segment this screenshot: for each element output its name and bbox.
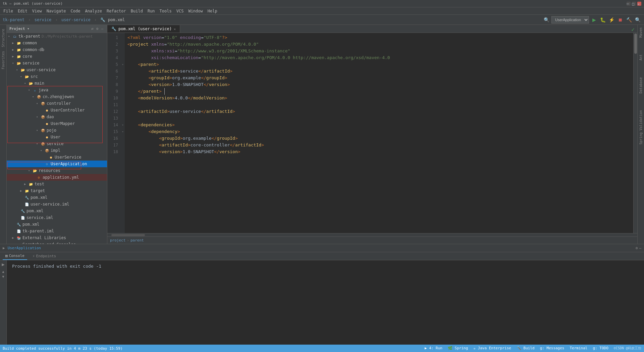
todo-status[interactable]: g: TODO bbox=[593, 346, 608, 351]
tree-item-service[interactable]: ▾ 📂 service bbox=[7, 60, 107, 67]
tree-item-common-db[interactable]: ▶ 📁 common-db bbox=[7, 46, 107, 53]
maximize-button[interactable]: □ bbox=[632, 2, 636, 6]
search-everywhere-button[interactable]: 🔍 bbox=[634, 16, 641, 24]
tree-item-UserApplication[interactable]: ⚙ UserApplication bbox=[7, 161, 107, 167]
endpoints-icon: ⚡ bbox=[33, 254, 35, 258]
menu-refactor[interactable]: Refactor bbox=[105, 8, 128, 14]
maven-panel-toggle[interactable]: Maven bbox=[638, 26, 643, 39]
build-status[interactable]: 🔨 Build bbox=[517, 346, 535, 351]
horizontal-scrollbar[interactable] bbox=[107, 233, 637, 236]
tree-item-service-pkg[interactable]: ▾ 📦 service bbox=[7, 140, 107, 147]
spring-status[interactable]: 🌿 Spring bbox=[448, 346, 468, 351]
tree-item-UserService[interactable]: ● UserService bbox=[7, 154, 107, 161]
tree-item-pom-xml-s[interactable]: 🔧 pom.xml bbox=[7, 208, 107, 214]
sync-icon[interactable]: ⇄ bbox=[90, 26, 95, 31]
hscroll-thumb[interactable] bbox=[111, 234, 145, 236]
tree-item-target[interactable]: ▶ 📁 target bbox=[7, 187, 107, 194]
breadcrumb-user-service[interactable]: user-service bbox=[61, 17, 91, 22]
tree-item-service-iml[interactable]: 📄 service.iml bbox=[7, 214, 107, 221]
tree-item-UserMapper[interactable]: ● UserMapper bbox=[7, 120, 107, 127]
tree-item-user-service[interactable]: ▾ 📂 user-service bbox=[7, 67, 107, 73]
tree-item-resources[interactable]: ▾ 📂 resources bbox=[7, 167, 107, 174]
run-again-icon[interactable]: ▶ bbox=[2, 262, 4, 267]
code-line-17: <artifactId>core-controller</artifactId> bbox=[127, 142, 631, 148]
menu-view[interactable]: View bbox=[30, 8, 44, 14]
tree-item-src[interactable]: ▾ 📂 src bbox=[7, 73, 107, 80]
bottom-collapse-icon[interactable]: — bbox=[639, 246, 641, 250]
code-content-area[interactable]: <?xml version="1.0" encoding="UTF-8"?> <… bbox=[125, 33, 633, 233]
tree-item-external-libs[interactable]: ▶ 📚 External Libraries bbox=[7, 234, 107, 241]
menu-tools[interactable]: Tools bbox=[158, 8, 174, 14]
tree-item-package-cn[interactable]: ▾ 📦 cn.zhengjewen bbox=[7, 93, 107, 100]
menu-edit[interactable]: Edit bbox=[16, 8, 30, 14]
settings-icon[interactable]: ⚙ bbox=[95, 26, 100, 31]
java-enterprise-status[interactable]: ☕ Java Enterprise bbox=[473, 346, 511, 351]
tab-pom-xml[interactable]: 🔧 pom.xml (user-service) ✕ bbox=[107, 25, 180, 33]
run-button[interactable]: ▶ bbox=[590, 16, 598, 24]
editor-scrollbar[interactable] bbox=[633, 33, 637, 233]
code-line-1: <?xml version="1.0" encoding="UTF-8"?> bbox=[127, 34, 631, 41]
terminal-status[interactable]: Terminal bbox=[570, 346, 588, 351]
tab-close-button[interactable]: ✕ bbox=[174, 27, 176, 31]
breadcrumb-service[interactable]: service bbox=[35, 17, 52, 22]
structure-panel-toggle[interactable]: Structure bbox=[1, 28, 6, 48]
run-config-select[interactable]: UserApplication bbox=[551, 16, 589, 24]
tree-item-core[interactable]: ▶ 📁 core bbox=[7, 53, 107, 60]
code-line-6: <artifactId>service</artifactId> bbox=[127, 68, 631, 75]
ant-panel-toggle[interactable]: Ant bbox=[638, 53, 643, 62]
window-controls[interactable]: ─ □ ✕ bbox=[627, 2, 641, 6]
messages-status[interactable]: g: Messages bbox=[540, 346, 565, 351]
menu-vcs[interactable]: VCS bbox=[174, 8, 186, 14]
menu-window[interactable]: Window bbox=[186, 8, 205, 14]
bc-project[interactable]: project bbox=[110, 238, 125, 243]
bottom-settings-icon[interactable]: ⚙ bbox=[636, 246, 638, 250]
menu-file[interactable]: File bbox=[1, 8, 15, 14]
run-status[interactable]: ▶ 4: Run bbox=[425, 346, 442, 351]
menu-build[interactable]: Build bbox=[129, 8, 145, 14]
menu-analyze[interactable]: Analyze bbox=[83, 8, 104, 14]
tab-console[interactable]: ▤ Console bbox=[3, 253, 27, 260]
tree-item-java[interactable]: ▾ ☕ java bbox=[7, 87, 107, 93]
tree-item-controller[interactable]: ▾ 📦 controller bbox=[7, 100, 107, 107]
hide-icon[interactable]: — bbox=[100, 26, 104, 31]
tree-item-test[interactable]: ▶ 📁 test bbox=[7, 181, 107, 187]
package-icon: 📦 bbox=[40, 114, 46, 120]
tree-item-main[interactable]: ▾ 📂 main bbox=[7, 80, 107, 87]
project-panel-title: Project ▾ bbox=[9, 27, 30, 31]
spring-validation-toggle[interactable]: Spring Validation bbox=[638, 109, 643, 146]
menu-navigate[interactable]: Navigate bbox=[45, 8, 68, 14]
menu-help[interactable]: Help bbox=[206, 8, 219, 14]
inspection-status: ✓ bbox=[631, 26, 637, 33]
build-button[interactable]: 🔨 bbox=[625, 16, 633, 24]
stop-button[interactable]: ⏹ bbox=[616, 16, 624, 24]
breadcrumb-tk-parent[interactable]: tk-parent bbox=[3, 17, 24, 22]
toolbar-search-btn[interactable]: 🔍 bbox=[543, 16, 550, 24]
tree-item-pojo[interactable]: ▾ 📦 pojo bbox=[7, 127, 107, 134]
scroll-down-icon[interactable]: ▼ bbox=[2, 275, 4, 278]
tree-item-application-yml[interactable]: ⚙ application.yml bbox=[7, 174, 107, 181]
tree-item-dao[interactable]: ▾ 📦 dao bbox=[7, 114, 107, 120]
tree-item-tk-parent-iml[interactable]: 📄 tk-parent.iml bbox=[7, 228, 107, 234]
bc-parent[interactable]: parent bbox=[130, 238, 144, 243]
tree-item-User[interactable]: ● User bbox=[7, 134, 107, 140]
minimize-button[interactable]: ─ bbox=[627, 2, 631, 6]
menu-run[interactable]: Run bbox=[146, 8, 157, 14]
tree-item-tk-parent[interactable]: ▾ 🗂 tk-parent D:/MyProjects/tk-parent bbox=[7, 33, 107, 40]
tree-item-user-service-iml[interactable]: 📄 user-service.iml bbox=[7, 201, 107, 208]
tree-item-UserController[interactable]: ● UserController bbox=[7, 107, 107, 114]
tree-item-scratches[interactable]: ▶ ✏ Scratches and Consoles bbox=[7, 241, 107, 244]
tree-item-common[interactable]: ▶ 📁 common bbox=[7, 40, 107, 46]
menu-code[interactable]: Code bbox=[69, 8, 83, 14]
tree-item-impl[interactable]: ▾ 📦 impl bbox=[7, 147, 107, 154]
tab-endpoints[interactable]: ⚡ Endpoints bbox=[30, 253, 59, 260]
favorites-panel-toggle[interactable]: Favorites bbox=[1, 50, 6, 71]
run-coverage-button[interactable]: ⚡ bbox=[608, 16, 615, 24]
close-button[interactable]: ✕ bbox=[637, 2, 641, 6]
tree-item-pom-xml-root[interactable]: 🔧 pom.xml bbox=[7, 221, 107, 228]
debug-button[interactable]: 🐛 bbox=[599, 16, 606, 24]
scroll-up-icon[interactable]: ▲ bbox=[2, 270, 4, 273]
database-panel-toggle[interactable]: Database bbox=[638, 76, 643, 95]
tree-item-pom-xml-us[interactable]: 🔧 pom.xml bbox=[7, 194, 107, 201]
code-line-11 bbox=[127, 101, 631, 108]
scrollbar-thumb[interactable] bbox=[634, 34, 637, 54]
